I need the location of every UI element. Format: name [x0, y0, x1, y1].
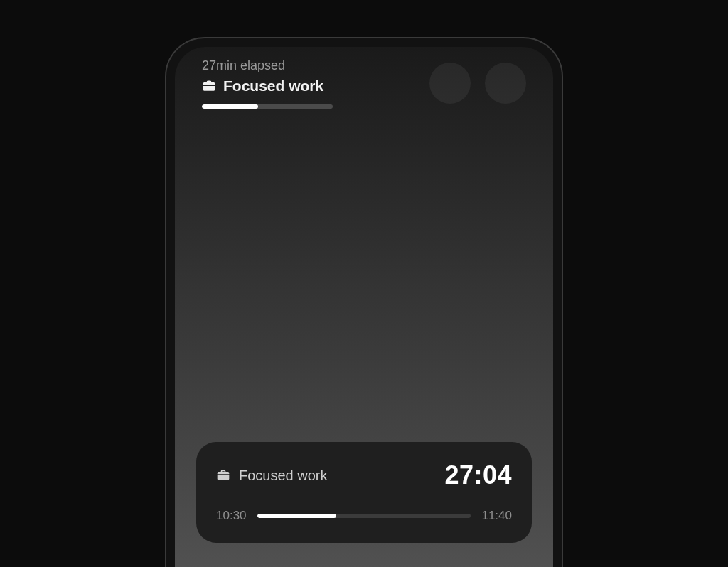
end-time-label: 11:40: [481, 509, 512, 523]
phone-screen: 27min elapsed Focused work: [175, 47, 553, 567]
live-activity-actions: [429, 58, 526, 104]
timer-card[interactable]: Focused work 27:04 10:30 11:40: [196, 442, 532, 543]
briefcase-icon: [202, 79, 216, 93]
elapsed-label: 27min elapsed: [202, 58, 419, 73]
live-activity-progress-fill: [202, 104, 258, 109]
timer-card-title: Focused work: [239, 468, 328, 484]
timer-progress-track: [257, 514, 471, 518]
live-activity-action-2[interactable]: [485, 63, 526, 104]
timer-progress-fill: [257, 514, 336, 518]
timer-value: 27:04: [444, 460, 512, 490]
live-activity-title-row: Focused work: [202, 77, 419, 94]
live-activity-content: 27min elapsed Focused work: [202, 58, 419, 109]
live-activity-title: Focused work: [223, 77, 323, 94]
timer-card-range: 10:30 11:40: [216, 509, 512, 523]
phone-frame: 27min elapsed Focused work: [165, 37, 563, 567]
briefcase-icon: [216, 468, 230, 482]
live-activity-progress-track: [202, 104, 333, 109]
timer-card-title-row: Focused work: [216, 468, 328, 484]
live-activity: 27min elapsed Focused work: [202, 58, 526, 109]
live-activity-action-1[interactable]: [429, 63, 471, 104]
start-time-label: 10:30: [216, 509, 247, 523]
timer-card-header: Focused work 27:04: [216, 460, 512, 490]
